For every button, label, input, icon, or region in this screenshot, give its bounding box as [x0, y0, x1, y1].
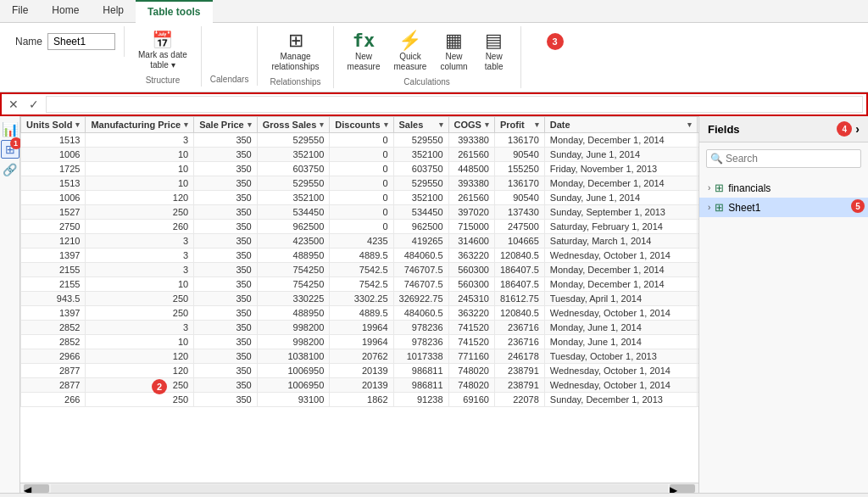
col-cogs[interactable]: COGS▾	[448, 117, 494, 133]
filter-mfg-price[interactable]: ▾	[184, 120, 188, 129]
name-input[interactable]	[47, 33, 115, 50]
col-discounts[interactable]: Discounts▾	[330, 117, 393, 133]
table-cell: Sunday, June 1, 2014	[544, 191, 697, 205]
table-cell: 484060.5	[393, 248, 448, 263]
new-measure-button[interactable]: fx Newmeasure	[342, 28, 386, 75]
data-table: Units Sold▾ Manufacturing Price▾ Sale Pr…	[20, 116, 698, 407]
table-row: 27502603509625000962500715000247500Satur…	[21, 220, 699, 234]
table-cell: 10	[86, 277, 194, 292]
expand-icon[interactable]: ›	[855, 122, 860, 136]
new-table-button[interactable]: ▤ Newtable	[476, 28, 512, 75]
search-icon: 🔍	[710, 153, 723, 165]
table-row: 2877120350100695020139986811748020238791…	[21, 364, 699, 378]
manage-relationships-button[interactable]: ⊞ Managerelationships	[266, 28, 324, 75]
table-cell: 350	[194, 364, 258, 378]
col-sales[interactable]: Sales▾	[393, 117, 448, 133]
table-cell: 754250	[257, 277, 330, 292]
col-profit[interactable]: Profit▾	[494, 117, 544, 133]
table-cell: 250	[86, 205, 194, 220]
table-cell	[697, 234, 698, 248]
table-cell: 1017338	[393, 349, 448, 364]
tree-item-financials[interactable]: › ⊞ financials	[699, 178, 868, 198]
tree-item-sheet1[interactable]: › ⊞ Sheet1 5	[699, 198, 868, 217]
table-cell: 20762	[330, 349, 393, 364]
table-cell: 350	[194, 162, 258, 176]
col-manufacturing-price[interactable]: Manufacturing Price▾	[86, 117, 194, 133]
table-cell: 363220	[448, 306, 494, 321]
tab-home[interactable]: Home	[40, 0, 91, 22]
new-column-label: Newcolumn	[440, 52, 467, 72]
left-icon-data[interactable]: ⊞ 1	[1, 140, 19, 159]
table-row: 266250350931001862912386916022078Sunday,…	[21, 393, 699, 407]
new-table-icon: ▤	[485, 31, 503, 50]
table-row: 2155103507542507542.5746707.556030018640…	[21, 277, 699, 292]
table-cell: 1006	[21, 191, 86, 205]
scroll-right-btn[interactable]: ▶	[670, 484, 695, 493]
tab-table-tools[interactable]: Table tools	[136, 0, 212, 23]
table-cell: 484060.5	[393, 306, 448, 321]
horizontal-scrollbar[interactable]	[51, 484, 668, 493]
table-cell: 748020	[448, 378, 494, 393]
filter-discounts[interactable]: ▾	[384, 120, 388, 129]
tab-file[interactable]: File	[0, 0, 40, 22]
table-cell: 266	[21, 393, 86, 407]
scroll-left-btn[interactable]: ◀	[24, 484, 49, 493]
table-cell: 22078	[494, 393, 544, 407]
table-cell	[697, 148, 698, 162]
table-cell: 350	[194, 306, 258, 321]
table-cell: 741520	[448, 321, 494, 335]
table-cell: 350	[194, 234, 258, 248]
filter-profit[interactable]: ▾	[535, 120, 539, 129]
table-cell: Saturday, March 1, 2014	[544, 234, 697, 248]
table-row: 1006120350352100035210026156090540Sunday…	[21, 191, 699, 205]
table-row: 1725103506037500603750448500155250Friday…	[21, 162, 699, 176]
table-cell: 1862	[330, 393, 393, 407]
ribbon-group-relationships: ⊞ Managerelationships Relationships	[258, 26, 333, 88]
badge-5: 5	[851, 199, 865, 213]
manage-relationships-label: Managerelationships	[271, 52, 319, 72]
table-cell: 0	[330, 191, 393, 205]
col-units-sold[interactable]: Units Sold▾	[21, 117, 86, 133]
filter-date[interactable]: ▾	[687, 120, 692, 129]
table-container[interactable]: 2 Units Sold▾ Manufacturing Price▾ Sale …	[20, 116, 698, 493]
table-cell: 986811	[393, 364, 448, 378]
filter-cogs[interactable]: ▾	[485, 120, 489, 129]
filter-gross-sales[interactable]: ▾	[320, 120, 324, 129]
fields-search-input[interactable]	[706, 149, 861, 168]
formula-input[interactable]	[46, 96, 863, 113]
filter-units-sold[interactable]: ▾	[75, 120, 80, 129]
table-cell: 155250	[494, 162, 544, 176]
table-cell: 238791	[494, 378, 544, 393]
formula-close-button[interactable]: ✕	[5, 96, 22, 113]
new-measure-icon: fx	[353, 31, 376, 50]
filter-sale-price[interactable]: ▾	[248, 120, 252, 129]
table-cell: 529550	[257, 176, 330, 191]
table-row: 943.52503503302253302.25326922.752453108…	[21, 292, 699, 306]
status-bar: Table: Sheet1 (700 rows)	[0, 493, 868, 497]
table-row: 2852335099820019964978236741520236716Mon…	[21, 321, 699, 335]
table-cell: 998200	[257, 321, 330, 335]
col-gross-sales[interactable]: Gross Sales▾	[257, 117, 330, 133]
table-cell: Wednesday, October 1, 2014	[544, 378, 697, 393]
filter-sales[interactable]: ▾	[439, 120, 443, 129]
table-cell: 352100	[393, 148, 448, 162]
left-icon-report[interactable]: 📊	[1, 120, 19, 138]
table-cell: Sunday, September 1, 2013	[544, 205, 697, 220]
col-date[interactable]: Date▾	[544, 117, 697, 133]
table-cell: 350	[194, 263, 258, 277]
table-cell: 350	[194, 292, 258, 306]
left-icon-model[interactable]: 🔗	[1, 160, 19, 179]
mark-date-table-button[interactable]: 📅 Mark as datetable ▾	[133, 28, 192, 74]
col-month[interactable]: Month▾	[697, 117, 698, 133]
new-column-button[interactable]: ▦ Newcolumn	[435, 28, 472, 75]
panel-search-container: 🔍	[706, 149, 861, 168]
table-cell: Wednesday, October 1, 2014	[544, 248, 697, 263]
table-cell: 20139	[330, 378, 393, 393]
tab-help[interactable]: Help	[91, 0, 136, 22]
quick-measure-button[interactable]: ⚡ Quickmeasure	[388, 28, 431, 75]
fields-panel: Fields 4 › 🔍 › ⊞ financials › ⊞ Sheet1 5	[698, 116, 868, 493]
formula-check-button[interactable]: ✓	[25, 96, 42, 113]
col-sale-price[interactable]: Sale Price▾	[194, 117, 258, 133]
table-cell: 1513	[21, 176, 86, 191]
table-cell: Monday, June 1, 2014	[544, 321, 697, 335]
